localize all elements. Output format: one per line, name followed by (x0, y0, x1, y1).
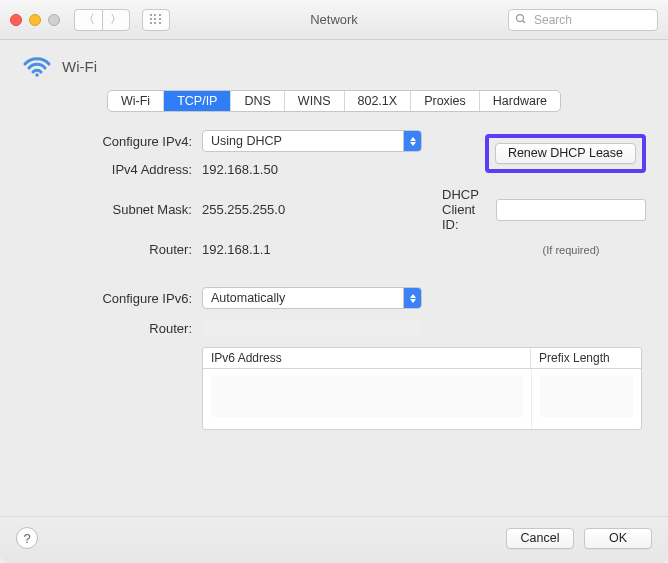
label-configure-ipv6: Configure IPv6: (22, 291, 192, 306)
select-configure-ipv4-value: Using DHCP (211, 134, 282, 148)
nav-buttons: 〈 〉 (74, 9, 130, 31)
section-title: Wi-Fi (62, 58, 97, 75)
chevron-updown-icon (403, 131, 421, 151)
ipv6-table-head: IPv6 Address Prefix Length (203, 348, 641, 369)
section-header: Wi-Fi (22, 54, 646, 78)
label-configure-ipv4: Configure IPv4: (22, 134, 192, 149)
search-icon (515, 13, 527, 27)
tab-wins[interactable]: WINS (285, 91, 345, 111)
footer: ? Cancel OK (0, 516, 668, 563)
forward-button[interactable]: 〉 (102, 9, 130, 31)
select-configure-ipv6[interactable]: Automatically (202, 287, 422, 309)
tab-proxies[interactable]: Proxies (411, 91, 480, 111)
prefs-window: 〈 〉 Network (0, 0, 668, 563)
renew-dhcp-lease-button[interactable]: Renew DHCP Lease (495, 143, 636, 164)
value-subnet-mask: 255.255.255.0 (202, 202, 432, 217)
label-router4: Router: (22, 242, 192, 257)
search-field-wrap[interactable] (508, 9, 658, 31)
svg-line-1 (523, 20, 526, 23)
col-ipv6-address[interactable]: IPv6 Address (203, 348, 531, 368)
footer-buttons: Cancel OK (506, 528, 652, 549)
select-configure-ipv4[interactable]: Using DHCP (202, 130, 422, 152)
label-subnet-mask: Subnet Mask: (22, 202, 192, 217)
tcpip-form: Configure IPv4: Using DHCP Renew DHCP Le… (22, 130, 646, 430)
ok-button[interactable]: OK (584, 528, 652, 549)
ipv6-table: IPv6 Address Prefix Length (202, 347, 642, 430)
back-button[interactable]: 〈 (74, 9, 102, 31)
label-router6: Router: (22, 321, 192, 336)
chevron-updown-icon (403, 288, 421, 308)
content: Wi-Fi Wi-Fi TCP/IP DNS WINS 802.1X Proxi… (0, 40, 668, 430)
tab-8021x[interactable]: 802.1X (345, 91, 412, 111)
redacted-prefix-length (540, 375, 633, 417)
grid-icon (150, 14, 162, 26)
tab-wifi[interactable]: Wi-Fi (108, 91, 164, 111)
chevron-right-icon: 〉 (110, 11, 122, 28)
label-dhcp-client-id: DHCP Client ID: (442, 187, 488, 232)
help-icon: ? (23, 531, 30, 546)
tab-hardware[interactable]: Hardware (480, 91, 560, 111)
dhcp-client-id-input[interactable] (496, 199, 646, 221)
cancel-button[interactable]: Cancel (506, 528, 574, 549)
close-window-button[interactable] (10, 14, 22, 26)
search-input[interactable] (532, 12, 668, 28)
redacted-router6 (202, 319, 422, 337)
value-router4: 192.168.1.1 (202, 242, 432, 257)
renew-lease-highlight: Renew DHCP Lease (485, 134, 646, 173)
col-prefix-length[interactable]: Prefix Length (531, 348, 641, 368)
redacted-ipv6-address (211, 375, 523, 417)
traffic-lights (10, 14, 60, 26)
chevron-left-icon: 〈 (83, 11, 95, 28)
dhcp-client-id-row: DHCP Client ID: (442, 187, 646, 232)
tab-dns[interactable]: DNS (231, 91, 284, 111)
titlebar: 〈 〉 Network (0, 0, 668, 40)
label-ipv4-address: IPv4 Address: (22, 162, 192, 177)
note-if-required: (If required) (496, 244, 646, 256)
router6-value-area (202, 319, 642, 337)
select-configure-ipv6-value: Automatically (211, 291, 285, 305)
svg-point-2 (35, 73, 39, 77)
dhcp-right-col: Renew DHCP Lease (442, 134, 646, 173)
value-ipv4-address: 192.168.1.50 (202, 162, 432, 177)
wifi-icon (22, 54, 52, 78)
minimize-window-button[interactable] (29, 14, 41, 26)
help-button[interactable]: ? (16, 527, 38, 549)
zoom-window-button[interactable] (48, 14, 60, 26)
tabbar: Wi-Fi TCP/IP DNS WINS 802.1X Proxies Har… (107, 90, 561, 112)
ipv6-table-body (203, 369, 641, 429)
show-all-button[interactable] (142, 9, 170, 31)
tab-tcpip[interactable]: TCP/IP (164, 91, 231, 111)
svg-point-0 (517, 14, 524, 21)
